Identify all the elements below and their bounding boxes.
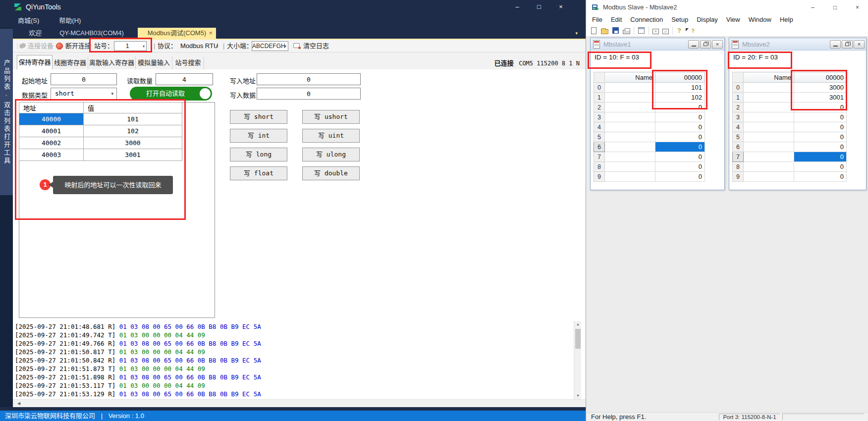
- tab-station-search[interactable]: 站号搜索: [172, 56, 204, 69]
- display-setup-icon[interactable]: [638, 27, 645, 34]
- slave-row-number[interactable]: 6: [733, 142, 744, 152]
- tab-discrete-inputs[interactable]: 离散输入寄存器: [88, 56, 136, 69]
- slave-value-cell[interactable]: 0: [794, 172, 847, 182]
- slave-row-number[interactable]: 3: [733, 112, 744, 122]
- slave-value-cell[interactable]: 0: [794, 112, 847, 122]
- register-value-cell[interactable]: 3001: [84, 149, 182, 161]
- slave-row-number[interactable]: 8: [733, 162, 744, 172]
- slave-row-number[interactable]: 2: [733, 103, 744, 112]
- address-column-header[interactable]: 地址: [19, 103, 84, 113]
- slave-name-cell[interactable]: [744, 93, 794, 103]
- write-long-button[interactable]: 写 long: [230, 148, 287, 161]
- value-column-header[interactable]: 00000: [655, 72, 705, 83]
- slave-value-cell[interactable]: 3001: [794, 93, 847, 103]
- slave-value-cell[interactable]: 0: [794, 103, 847, 112]
- slave-value-cell[interactable]: 0: [655, 172, 705, 182]
- slave-value-cell[interactable]: 0: [794, 142, 847, 152]
- slave-row-number[interactable]: 5: [594, 132, 605, 142]
- register-value-cell[interactable]: 102: [84, 125, 182, 137]
- maximize-button[interactable]: □: [528, 0, 550, 14]
- communication-traffic-icon[interactable]: ≡: [652, 29, 659, 34]
- slave-name-cell[interactable]: [744, 112, 794, 122]
- slave-value-cell[interactable]: 0: [794, 152, 847, 162]
- poll-definition-icon[interactable]: ⌸: [662, 29, 669, 34]
- value-column-header[interactable]: 00000: [794, 72, 847, 83]
- start-address-input[interactable]: [51, 73, 117, 85]
- slave-value-cell[interactable]: 102: [655, 93, 705, 103]
- register-address-cell[interactable]: 40003: [19, 149, 84, 161]
- station-select[interactable]: 1 ▾: [114, 41, 147, 51]
- menu-window[interactable]: Window: [749, 15, 771, 25]
- menu-view[interactable]: View: [726, 15, 740, 25]
- protocol-select[interactable]: Modbus RTU: [180, 40, 218, 53]
- slave-name-cell[interactable]: [744, 103, 794, 112]
- menu-connection[interactable]: Connection: [630, 15, 663, 25]
- slave-name-cell[interactable]: [605, 152, 655, 162]
- write-float-button[interactable]: 写 float: [230, 166, 287, 180]
- write-uint-button[interactable]: 写 uint: [302, 129, 360, 143]
- scrollbar-thumb[interactable]: [575, 329, 581, 349]
- value-column-header[interactable]: 值: [84, 103, 182, 113]
- child-close-button[interactable]: ×: [712, 40, 723, 49]
- sidebar-product-list-tab[interactable]: 产品列表 · 双击列表打开工具: [0, 29, 13, 195]
- context-help-icon[interactable]: ?: [686, 27, 695, 35]
- slave-value-cell[interactable]: 0: [655, 142, 705, 152]
- write-ushort-button[interactable]: 写 ushort: [302, 110, 360, 124]
- slave-value-cell[interactable]: 0: [655, 162, 705, 172]
- menu-setup[interactable]: Setup: [671, 15, 688, 25]
- slave-name-cell[interactable]: [744, 142, 794, 152]
- read-count-input[interactable]: [156, 73, 213, 85]
- log-vertical-scrollbar[interactable]: ▲ ▼: [574, 321, 581, 399]
- slave-value-cell[interactable]: 0: [655, 103, 705, 112]
- slave-value-cell[interactable]: 0: [655, 132, 705, 142]
- scroll-left-icon[interactable]: ◀: [15, 400, 23, 408]
- write-double-button[interactable]: 写 double: [302, 166, 360, 180]
- slave-row-number[interactable]: 9: [594, 172, 605, 182]
- child-restore-button[interactable]: [842, 40, 853, 49]
- slave-name-cell[interactable]: [605, 83, 655, 93]
- tab-welcome[interactable]: 欢迎: [18, 28, 53, 39]
- close-button[interactable]: ×: [550, 0, 572, 14]
- mbslave1-titlebar[interactable]: Mbslave1 ×: [591, 38, 724, 51]
- slave-name-cell[interactable]: [605, 112, 655, 122]
- save-icon[interactable]: [612, 27, 619, 34]
- new-document-icon[interactable]: [591, 27, 597, 34]
- slave-row-number[interactable]: 5: [733, 132, 744, 142]
- slave-name-cell[interactable]: [744, 122, 794, 132]
- chevron-down-icon[interactable]: ▾: [216, 44, 218, 49]
- menu-file[interactable]: File: [592, 15, 602, 25]
- slave-name-cell[interactable]: [605, 93, 655, 103]
- slave-name-cell[interactable]: [744, 162, 794, 172]
- slave-row-number[interactable]: 1: [733, 93, 744, 103]
- data-type-select[interactable]: short ▾: [51, 88, 117, 100]
- child-close-button[interactable]: ×: [854, 40, 865, 49]
- scroll-down-icon[interactable]: ▼: [574, 392, 582, 399]
- register-address-cell[interactable]: 40001: [19, 125, 84, 137]
- menu-help[interactable]: 帮助(H): [59, 14, 81, 28]
- slave-row-number[interactable]: 9: [733, 172, 744, 182]
- menu-edit[interactable]: Edit: [611, 15, 622, 25]
- slave-name-cell[interactable]: [744, 132, 794, 142]
- register-address-cell[interactable]: 40000: [19, 113, 84, 125]
- slave-row-number[interactable]: 3: [594, 112, 605, 122]
- slave-name-cell[interactable]: [744, 172, 794, 182]
- slave-row-number[interactable]: 4: [733, 122, 744, 132]
- disconnect-button[interactable]: 断开连接: [65, 40, 91, 53]
- maximize-button[interactable]: □: [824, 0, 846, 15]
- register-address-cell[interactable]: 40002: [19, 137, 84, 149]
- minimize-button[interactable]: –: [802, 0, 824, 15]
- register-value-cell[interactable]: 101: [84, 113, 182, 125]
- help-icon[interactable]: ?: [676, 27, 682, 35]
- write-address-input[interactable]: [257, 73, 361, 85]
- menu-help[interactable]: Help: [780, 15, 793, 25]
- name-column-header[interactable]: Name: [605, 72, 655, 83]
- slave-name-cell[interactable]: [744, 83, 794, 93]
- slave-row-number[interactable]: 6: [594, 142, 605, 152]
- slave-name-cell[interactable]: [605, 122, 655, 132]
- menu-display[interactable]: Display: [697, 15, 718, 25]
- slave-value-cell[interactable]: 0: [794, 162, 847, 172]
- menu-shop[interactable]: 商城(S): [18, 14, 39, 28]
- slave-row-number[interactable]: 0: [733, 83, 744, 93]
- slave-name-cell[interactable]: [605, 162, 655, 172]
- tab-modbus-debug[interactable]: Modbus调试(COM5) ×: [138, 28, 216, 39]
